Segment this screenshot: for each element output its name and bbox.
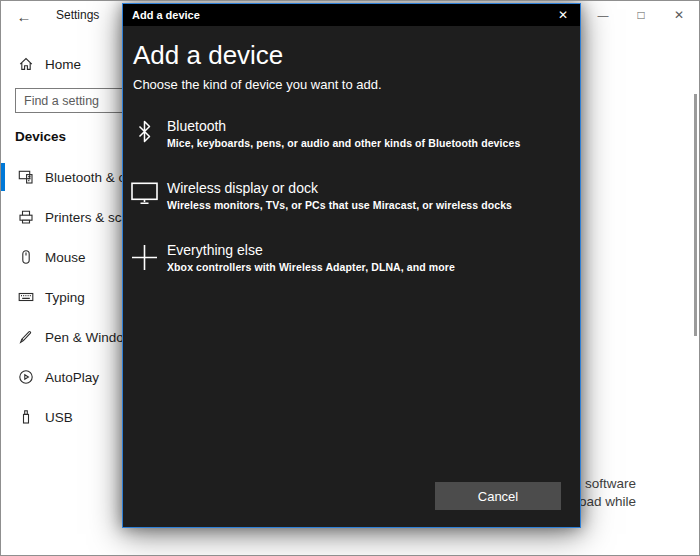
option-description: Wireless monitors, TVs, or PCs that use … xyxy=(167,199,512,211)
keyboard-icon xyxy=(18,289,34,305)
devices-section-heading: Devices xyxy=(15,129,66,144)
usb-icon xyxy=(18,409,34,425)
wireless-display-icon xyxy=(129,180,159,211)
dialog-titlebar: Add a device ✕ xyxy=(123,4,580,26)
option-everything-else[interactable]: Everything else Xbox controllers with Wi… xyxy=(129,242,559,273)
close-button[interactable]: ✕ xyxy=(660,1,698,29)
dialog-title: Add a device xyxy=(132,9,200,21)
window-controls: — □ ✕ xyxy=(584,1,698,29)
sidebar-item-label: Mouse xyxy=(45,250,86,265)
sidebar-item-label: Home xyxy=(45,57,81,72)
background-text-fragment: software xyxy=(585,476,636,491)
dialog-close-icon[interactable]: ✕ xyxy=(546,4,580,26)
back-button[interactable]: ← xyxy=(11,4,37,28)
option-bluetooth[interactable]: Bluetooth Mice, keyboards, pens, or audi… xyxy=(129,118,559,149)
sidebar-item-label: AutoPlay xyxy=(45,370,99,385)
minimize-button[interactable]: — xyxy=(584,1,622,29)
plus-icon xyxy=(129,242,159,273)
option-title: Everything else xyxy=(167,242,455,258)
dialog-heading: Add a device xyxy=(133,40,283,71)
sidebar-item-home[interactable]: Home xyxy=(1,51,81,77)
bluetooth-icon xyxy=(129,118,159,149)
add-device-dialog: Add a device ✕ Add a device Choose the k… xyxy=(122,3,581,528)
cancel-button[interactable]: Cancel xyxy=(435,482,561,510)
maximize-button[interactable]: □ xyxy=(622,1,660,29)
option-wireless-display[interactable]: Wireless display or dock Wireless monito… xyxy=(129,180,559,211)
printer-icon xyxy=(18,209,34,225)
option-title: Wireless display or dock xyxy=(167,180,512,196)
autoplay-icon xyxy=(18,369,34,385)
option-description: Xbox controllers with Wireless Adapter, … xyxy=(167,261,455,273)
option-description: Mice, keyboards, pens, or audio and othe… xyxy=(167,137,520,149)
dialog-subtitle: Choose the kind of device you want to ad… xyxy=(133,77,382,92)
home-icon xyxy=(18,56,34,72)
background-text-fragment: oad while xyxy=(579,494,636,509)
window-title: Settings xyxy=(56,8,99,22)
mouse-icon xyxy=(18,249,34,265)
bluetooth-devices-icon xyxy=(18,169,34,185)
sidebar-item-label: USB xyxy=(45,410,73,425)
option-title: Bluetooth xyxy=(167,118,520,134)
scrollbar-thumb[interactable] xyxy=(694,94,697,336)
sidebar-item-label: Typing xyxy=(45,290,85,305)
pen-icon xyxy=(18,329,34,345)
settings-window: ← Settings — □ ✕ Home Devices Bluetooth … xyxy=(0,0,700,556)
